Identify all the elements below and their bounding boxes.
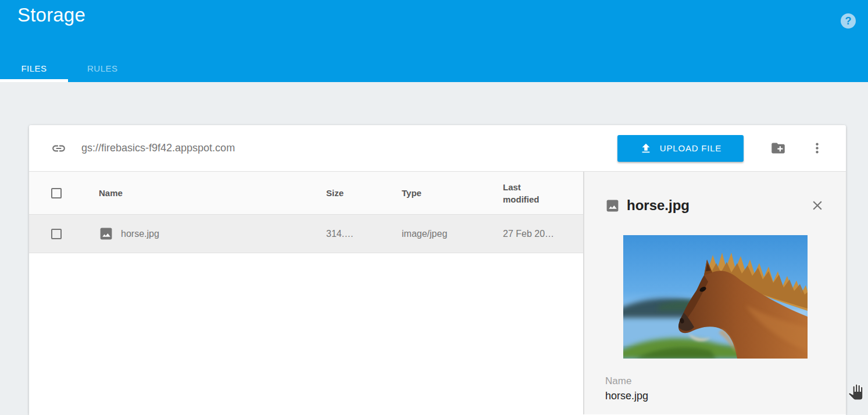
app-header: Storage ? FILES RULES [0, 0, 868, 82]
storage-card: gs://firebasics-f9f42.appspot.com UPLOAD… [29, 125, 846, 415]
page-title: Storage [17, 4, 85, 26]
panel-title: horse.jpg [627, 197, 690, 214]
row-checkbox-cell [29, 229, 99, 239]
tab-bar: FILES RULES [0, 54, 137, 82]
close-panel-button[interactable] [810, 198, 825, 213]
image-preview[interactable] [623, 235, 808, 359]
tab-files-label: FILES [21, 63, 47, 73]
panel-header: horse.jpg [605, 197, 825, 214]
tab-rules-label: RULES [87, 63, 118, 73]
tab-rules[interactable]: RULES [68, 54, 137, 82]
table-header-row: Name Size Type Last modified [29, 172, 583, 215]
select-all-checkbox[interactable] [51, 188, 62, 198]
bucket-toolbar: gs://firebasics-f9f42.appspot.com UPLOAD… [29, 125, 846, 172]
link-icon [51, 141, 66, 156]
create-folder-button[interactable] [770, 140, 786, 156]
upload-file-label: UPLOAD FILE [660, 143, 721, 153]
file-detail-panel: horse.jpg [583, 172, 846, 414]
file-name: horse.jpg [121, 229, 159, 239]
files-table: Name Size Type Last modified horse.jpg [29, 172, 583, 414]
upload-arrow-icon [640, 142, 652, 155]
firebase-storage-page: Storage ? FILES RULES gs://firebasics-f9… [0, 0, 868, 415]
field-value: horse.jpg [605, 390, 825, 402]
folder-plus-icon [770, 149, 786, 158]
column-header-size[interactable]: Size [326, 188, 402, 198]
hand-cursor-icon [848, 384, 863, 400]
column-header-last-modified[interactable]: Last modified [503, 181, 583, 205]
help-button[interactable]: ? [841, 13, 856, 29]
select-all-cell [29, 188, 99, 198]
card-body: Name Size Type Last modified horse.jpg [29, 172, 846, 414]
more-vert-icon [809, 149, 825, 158]
file-last-modified: 27 Feb 20… [503, 228, 583, 240]
close-icon [810, 206, 825, 215]
image-file-icon [99, 226, 113, 241]
file-name-cell: horse.jpg [99, 226, 326, 241]
file-type: image/jpeg [402, 229, 503, 239]
field-label: Name [605, 375, 825, 387]
column-header-name[interactable]: Name [99, 188, 326, 198]
upload-file-button[interactable]: UPLOAD FILE [617, 135, 744, 162]
bucket-breadcrumb[interactable]: gs://firebasics-f9f42.appspot.com [81, 142, 235, 154]
file-size: 314.… [326, 229, 402, 239]
column-header-type[interactable]: Type [402, 188, 503, 198]
help-icon: ? [841, 13, 856, 29]
image-file-icon [605, 198, 620, 213]
tab-files[interactable]: FILES [0, 54, 68, 82]
name-field: Name horse.jpg [605, 375, 825, 402]
horse-photo [623, 235, 808, 359]
row-checkbox[interactable] [51, 229, 62, 239]
overflow-menu-button[interactable] [809, 140, 825, 156]
table-row[interactable]: horse.jpg 314.… image/jpeg 27 Feb 20… [29, 215, 583, 253]
